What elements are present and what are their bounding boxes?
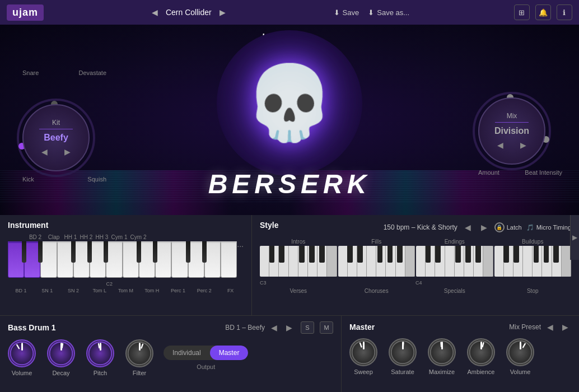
key-w10[interactable] (155, 241, 171, 278)
bell-icon[interactable]: 🔔 (535, 4, 551, 20)
key-b6[interactable] (137, 241, 141, 263)
lower-section: Instrument BD 2 Clap HH 1 HH 2 HH 3 Cym … (0, 215, 579, 392)
key-w3[interactable] (40, 241, 57, 278)
key-b1[interactable] (22, 241, 26, 263)
product-name: BERSERK (208, 169, 371, 199)
mix-prev-button[interactable]: ◀ (494, 139, 506, 151)
master-panel: Master Mix Preset ◀ ▶ Swe (342, 316, 579, 392)
info-icon[interactable]: ℹ (557, 4, 572, 20)
solo-button[interactable]: S (301, 321, 314, 334)
volume-knob-svg (9, 339, 35, 367)
key-w14[interactable] (221, 241, 237, 278)
ibl-tomh: Tom H (139, 288, 165, 293)
preset-nav: ◀ Cern Collider ▶ (148, 7, 229, 18)
instr-label-hh2: HH 2 (78, 234, 94, 240)
latch-icon: 🔒 (494, 222, 505, 232)
ambience-knob-label: Ambience (468, 368, 495, 375)
maximize-knob-svg (429, 338, 455, 366)
mute-button[interactable]: M (320, 321, 333, 334)
sweep-knob[interactable] (349, 338, 377, 366)
preset-next-button[interactable]: ▶ (216, 7, 229, 18)
mix-preset-prev-button[interactable]: ◀ (544, 321, 556, 333)
master-volume-knob-label: Volume (510, 368, 531, 375)
key-b8[interactable] (186, 241, 190, 263)
individual-button[interactable]: Individual (164, 346, 210, 360)
saturate-knob[interactable] (389, 338, 417, 366)
mix-value: Division (494, 126, 529, 136)
volume-knob[interactable] (8, 339, 36, 367)
style-prev-button[interactable]: ◀ (462, 222, 474, 233)
style-next-button[interactable]: ▶ (478, 222, 490, 233)
preset-prev-button[interactable]: ◀ (148, 7, 161, 18)
decay-knob[interactable] (47, 339, 75, 367)
filter-knob-svg (127, 339, 152, 367)
master-volume-knob-svg (507, 338, 533, 366)
filter-knob[interactable] (125, 339, 153, 367)
kit-knob[interactable]: Kit Beefy ◀ ▶ (22, 104, 90, 171)
master-button[interactable]: Master (210, 346, 249, 360)
scroll-handle[interactable]: ▶ (570, 215, 579, 260)
key-w13[interactable] (204, 241, 221, 278)
key-w7[interactable] (106, 241, 122, 278)
instrument-keyboard[interactable]: C2 (8, 241, 237, 278)
micro-timing-button[interactable]: 🎵 Micro Timing (526, 224, 571, 231)
save-as-icon: ⬇ (368, 8, 374, 17)
pitch-knob-svg (87, 339, 113, 367)
bass-drum-next-button[interactable]: ▶ (283, 322, 295, 333)
style-piano-buildups[interactable] (494, 246, 572, 277)
devastate-label: Devastate (78, 69, 106, 76)
master-volume-knob[interactable] (506, 338, 534, 366)
amount-label: Amount (478, 169, 499, 176)
key-b3[interactable] (71, 241, 76, 263)
kit-prev-button[interactable]: ◀ (39, 146, 50, 157)
master-volume-knob-group: Volume (506, 338, 534, 375)
key-b5[interactable] (104, 241, 108, 263)
kit-next-button[interactable]: ▶ (62, 146, 73, 157)
ambience-knob[interactable] (467, 338, 495, 366)
bass-drum-controls: Volume Decay (8, 339, 333, 376)
kick-label: Kick (22, 176, 34, 183)
preset-name: Cern Collider (166, 8, 212, 17)
instrument-style-row: Instrument BD 2 Clap HH 1 HH 2 HH 3 Cym … (0, 215, 579, 316)
output-toggle: Individual Master (164, 346, 248, 360)
scroll-arrow[interactable]: ▶ (572, 234, 577, 241)
top-right-icons: ⊞ 🔔 ℹ (514, 4, 572, 20)
instrument-panel: Instrument BD 2 Clap HH 1 HH 2 HH 3 Cym … (0, 215, 252, 315)
mix-knob[interactable]: Mix Division ◀ ▶ (478, 97, 545, 165)
sweep-knob-label: Sweep (354, 368, 373, 375)
bass-drum-knobs: Volume Decay (8, 339, 153, 376)
key-b9[interactable] (202, 241, 207, 263)
key-b2[interactable] (38, 241, 43, 263)
key-b7[interactable] (153, 241, 157, 263)
maximize-knob-group: Maximize (428, 338, 456, 375)
volume-knob-group: Volume (8, 339, 36, 376)
mix-next-button[interactable]: ▶ (517, 139, 529, 151)
svg-line-17 (403, 343, 404, 347)
instr-label-bd2: BD 2 (26, 234, 45, 240)
layout-icon[interactable]: ⊞ (514, 4, 530, 20)
key-b4[interactable] (87, 241, 92, 263)
svg-line-11 (99, 344, 99, 348)
style-seg-endings (416, 246, 493, 277)
save-button[interactable]: ⬇ Save (334, 8, 359, 17)
instrument-bottom-labels: BD 1 SN 1 SN 2 Tom L Tom M Tom H Perc 1 … (8, 288, 244, 293)
style-piano-endings[interactable] (416, 246, 493, 277)
mix-preset-next-button[interactable]: ▶ (559, 321, 571, 333)
pitch-knob-group: Pitch (86, 339, 114, 376)
maximize-knob[interactable] (428, 338, 456, 366)
style-piano-intros[interactable] (260, 246, 337, 277)
bass-drum-prev-button[interactable]: ◀ (268, 322, 280, 333)
style-piano-fills[interactable] (338, 246, 415, 277)
snare-label: Snare (22, 69, 39, 76)
output-section: Individual Master Output (164, 346, 248, 370)
latch-button[interactable]: 🔒 Latch (494, 222, 522, 232)
pitch-knob[interactable] (86, 339, 114, 367)
instr-label-cym2: Cym 2 (129, 234, 148, 240)
top-bar: ujam ◀ Cern Collider ▶ ⬇ Save ⬇ Save as.… (0, 0, 579, 25)
style-fills: Fills (338, 239, 415, 245)
volume-knob-label: Volume (12, 370, 32, 376)
skull-circle: 💀 (217, 30, 362, 176)
ibl-sn2: SN 2 (60, 288, 87, 293)
svg-point-22 (509, 341, 531, 363)
save-as-button[interactable]: ⬇ Save as... (368, 8, 409, 17)
